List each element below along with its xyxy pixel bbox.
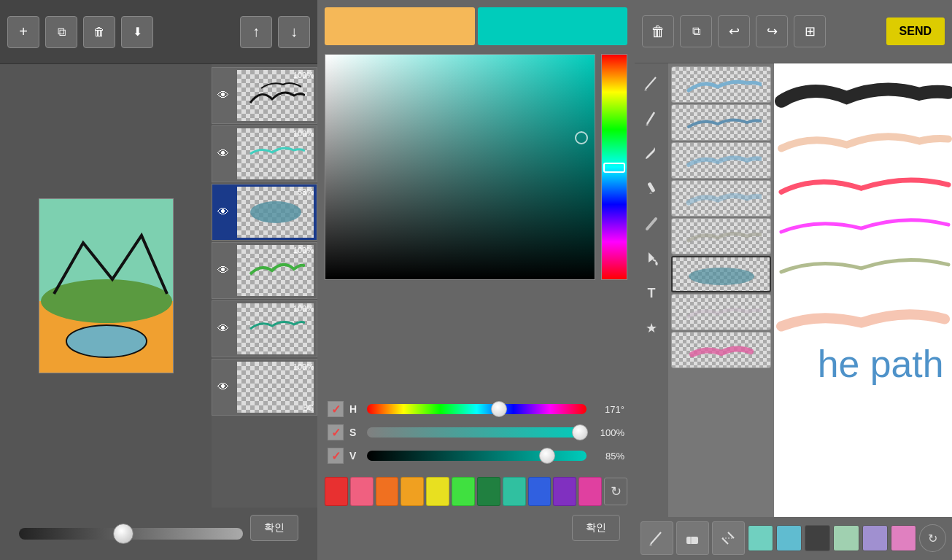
saturation-slider-thumb[interactable] bbox=[572, 424, 588, 440]
brush-item[interactable] bbox=[671, 104, 771, 141]
brush-preview-svg bbox=[681, 296, 762, 328]
pencil-tool[interactable] bbox=[638, 66, 665, 100]
layer-item[interactable]: 👁 100% BG bbox=[212, 359, 317, 416]
layer-visibility-toggle[interactable]: 👁 bbox=[212, 68, 234, 123]
bottom-color-4[interactable] bbox=[833, 525, 859, 551]
move-layer-up-button[interactable]: ↑ bbox=[240, 16, 272, 48]
text-tool[interactable]: T bbox=[638, 276, 665, 310]
palette-teal[interactable] bbox=[503, 477, 526, 506]
value-slider-thumb[interactable] bbox=[539, 448, 555, 464]
hue-bar[interactable] bbox=[601, 54, 627, 280]
bottom-color-3[interactable] bbox=[805, 525, 830, 551]
layers-toolbar: + ⧉ 🗑 ⬇ ↑ ↓ bbox=[0, 0, 317, 64]
layer-item[interactable]: 👁 100% bbox=[212, 242, 317, 299]
layer-visibility-toggle[interactable]: 👁 bbox=[212, 184, 234, 240]
pen-select-button[interactable] bbox=[641, 521, 673, 555]
hue-row: ✓ H 171° bbox=[328, 401, 624, 417]
brush-preview-svg bbox=[681, 334, 762, 366]
palette-pink[interactable] bbox=[350, 477, 374, 506]
svg-line-21 bbox=[722, 538, 728, 544]
layers-button[interactable]: ⊞ bbox=[794, 15, 826, 47]
brush-preview-svg bbox=[681, 258, 762, 290]
bottom-color-5[interactable] bbox=[862, 525, 888, 551]
hue-slider-thumb[interactable] bbox=[491, 401, 507, 417]
layer-opacity: 100% bbox=[293, 71, 314, 79]
opacity-slider-thumb[interactable] bbox=[113, 524, 133, 544]
secondary-color-swatch[interactable] bbox=[478, 7, 628, 45]
brush-item[interactable] bbox=[671, 332, 771, 368]
sat-checkbox[interactable]: ✓ bbox=[328, 424, 344, 440]
val-value: 85% bbox=[592, 451, 624, 462]
palette-orange[interactable] bbox=[400, 477, 424, 506]
confirm-button[interactable]: 확인 bbox=[250, 515, 298, 541]
palette-dark-green[interactable] bbox=[477, 477, 500, 506]
redo-button[interactable]: ↪ bbox=[756, 15, 788, 47]
panel-color: ✓ H 171° ✓ S 100% ✓ V 85 bbox=[317, 0, 635, 560]
palette-magenta[interactable] bbox=[578, 477, 602, 506]
layer-item[interactable]: 👁 100% bbox=[212, 125, 317, 182]
layer-item[interactable]: 👁 100% bbox=[212, 300, 317, 357]
brush-item[interactable] bbox=[671, 66, 771, 103]
pen-tool[interactable] bbox=[638, 101, 665, 135]
marker-tool[interactable] bbox=[638, 171, 665, 205]
add-layer-button[interactable]: + bbox=[7, 16, 39, 48]
layer-visibility-toggle[interactable]: 👁 bbox=[212, 301, 234, 357]
palette-green[interactable] bbox=[452, 477, 475, 506]
layer-preview-svg bbox=[247, 74, 305, 117]
layer-visibility-toggle[interactable]: 👁 bbox=[212, 359, 234, 415]
brush-icon bbox=[643, 144, 660, 162]
charcoal-tool[interactable] bbox=[638, 206, 665, 240]
transform-button[interactable] bbox=[712, 521, 745, 555]
fill-tool[interactable] bbox=[638, 241, 665, 275]
palette-red[interactable] bbox=[325, 477, 348, 506]
brush-item[interactable] bbox=[671, 256, 771, 292]
color-gradient-picker[interactable] bbox=[325, 54, 595, 280]
palette-purple[interactable] bbox=[553, 477, 576, 506]
saturation-slider[interactable] bbox=[367, 427, 587, 438]
value-slider[interactable] bbox=[367, 451, 587, 461]
brush-canvas-preview: he path bbox=[774, 63, 952, 516]
brush-item[interactable] bbox=[671, 294, 771, 330]
bottom-color-1[interactable] bbox=[748, 525, 773, 551]
copy-layer-button[interactable]: ⧉ bbox=[45, 16, 77, 48]
undo-button[interactable]: ↩ bbox=[718, 15, 750, 47]
color-confirm-button[interactable]: 확인 bbox=[572, 515, 620, 541]
download-icon: ⬇ bbox=[133, 25, 142, 39]
delete-button[interactable]: 🗑 bbox=[642, 15, 674, 47]
copy-button[interactable]: ⧉ bbox=[680, 15, 712, 47]
primary-color-swatch[interactable] bbox=[325, 7, 475, 45]
bottom-color-2[interactable] bbox=[776, 525, 802, 551]
svg-rect-18 bbox=[686, 537, 698, 544]
send-button[interactable]: SEND bbox=[886, 18, 945, 45]
hue-checkbox[interactable]: ✓ bbox=[328, 401, 344, 417]
rotate-button[interactable]: ↻ bbox=[919, 524, 946, 552]
hue-slider[interactable] bbox=[367, 404, 587, 414]
palette-yellow[interactable] bbox=[426, 477, 449, 506]
layer-visibility-toggle[interactable]: 👁 bbox=[212, 243, 234, 298]
layer-opacity: 100% bbox=[293, 246, 314, 254]
layer-item[interactable]: 👁 100% bbox=[212, 67, 317, 124]
svg-point-2 bbox=[41, 279, 172, 323]
eye-icon: 👁 bbox=[217, 206, 229, 219]
opacity-slider-track[interactable] bbox=[19, 528, 243, 540]
brush-list bbox=[668, 63, 774, 516]
layer-item[interactable]: 👁 53% bbox=[212, 184, 317, 241]
palette-orange-red[interactable] bbox=[376, 477, 399, 506]
palette-blue[interactable] bbox=[528, 477, 552, 506]
svg-line-20 bbox=[728, 532, 734, 538]
bottom-color-6[interactable] bbox=[891, 525, 916, 551]
svg-marker-11 bbox=[649, 192, 652, 194]
val-checkbox[interactable]: ✓ bbox=[328, 448, 344, 464]
stamp-tool[interactable]: ★ bbox=[638, 311, 665, 345]
eraser-button[interactable] bbox=[676, 521, 709, 555]
download-button[interactable]: ⬇ bbox=[121, 16, 153, 48]
brush-tool[interactable] bbox=[638, 136, 665, 170]
move-layer-down-button[interactable]: ↓ bbox=[278, 16, 310, 48]
layer-visibility-toggle[interactable]: 👁 bbox=[212, 126, 234, 182]
delete-layer-button[interactable]: 🗑 bbox=[83, 16, 115, 48]
charcoal-icon bbox=[643, 214, 660, 232]
brush-item[interactable] bbox=[671, 180, 771, 217]
brush-item[interactable] bbox=[671, 218, 771, 254]
palette-rotate-button[interactable]: ↻ bbox=[604, 478, 627, 505]
brush-item[interactable] bbox=[671, 142, 771, 179]
